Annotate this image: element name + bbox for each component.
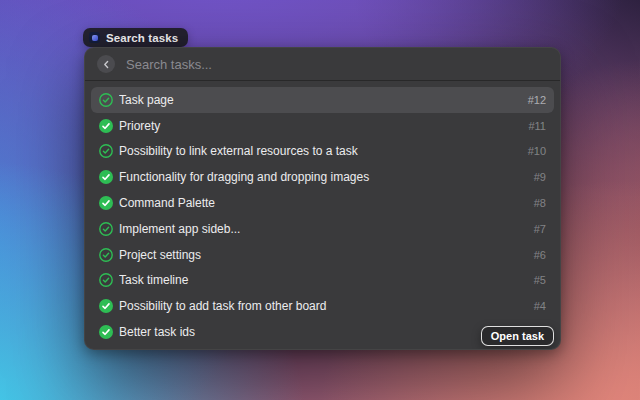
- task-row[interactable]: Possibility to add task from other board…: [91, 293, 554, 319]
- search-input[interactable]: [124, 56, 548, 73]
- task-label: Possibility to link external resources t…: [119, 144, 522, 158]
- check-circle-outline-icon: [99, 222, 113, 236]
- back-button[interactable]: [97, 55, 115, 73]
- task-id: #4: [534, 300, 546, 312]
- check-circle-filled-icon: [99, 170, 113, 184]
- check-circle-filled-icon: [99, 196, 113, 210]
- check-circle-outline-icon: [99, 273, 113, 287]
- task-label: Priorety: [119, 119, 522, 133]
- task-row[interactable]: Priorety#11: [91, 113, 554, 139]
- check-circle-filled-icon: [99, 119, 113, 133]
- task-id: #8: [534, 197, 546, 209]
- chevron-left-icon: [102, 60, 111, 69]
- task-row[interactable]: Tighten authorization#2: [91, 345, 554, 350]
- task-row[interactable]: Task page#12: [91, 87, 554, 113]
- task-label: Task timeline: [119, 273, 528, 287]
- check-circle-outline-icon: [99, 93, 113, 107]
- task-label: Possibility to add task from other board: [119, 299, 528, 313]
- check-circle-filled-icon: [99, 299, 113, 313]
- task-row[interactable]: Task timeline#5: [91, 268, 554, 294]
- app-logo-icon: [89, 32, 100, 43]
- task-row[interactable]: Project settings#6: [91, 242, 554, 268]
- check-circle-filled-icon: [99, 325, 113, 339]
- search-tasks-button-label: Search tasks: [106, 32, 178, 44]
- check-circle-outline-icon: [99, 248, 113, 262]
- open-task-button[interactable]: Open task: [481, 326, 554, 346]
- task-id: #10: [528, 145, 546, 157]
- task-row[interactable]: Implement app sideb...#7: [91, 216, 554, 242]
- task-id: #7: [534, 223, 546, 235]
- task-row[interactable]: Possibility to link external resources t…: [91, 139, 554, 165]
- task-list: Task page#12Priorety#11Possibility to li…: [85, 81, 560, 350]
- task-label: Task page: [119, 93, 522, 107]
- check-circle-outline-icon: [99, 144, 113, 158]
- task-label: Implement app sideb...: [119, 222, 528, 236]
- task-id: #9: [534, 171, 546, 183]
- task-label: Better task ids: [119, 325, 528, 339]
- search-header: [85, 48, 560, 81]
- task-id: #6: [534, 249, 546, 261]
- task-label: Project settings: [119, 248, 528, 262]
- task-row[interactable]: Functionality for dragging and dropping …: [91, 164, 554, 190]
- task-label: Functionality for dragging and dropping …: [119, 170, 528, 184]
- task-id: #12: [528, 94, 546, 106]
- task-id: #5: [534, 274, 546, 286]
- task-row[interactable]: Command Palette#8: [91, 190, 554, 216]
- search-tasks-button[interactable]: Search tasks: [83, 28, 188, 47]
- task-label: Command Palette: [119, 196, 528, 210]
- search-tasks-panel: Task page#12Priorety#11Possibility to li…: [84, 47, 561, 350]
- task-id: #11: [528, 120, 546, 132]
